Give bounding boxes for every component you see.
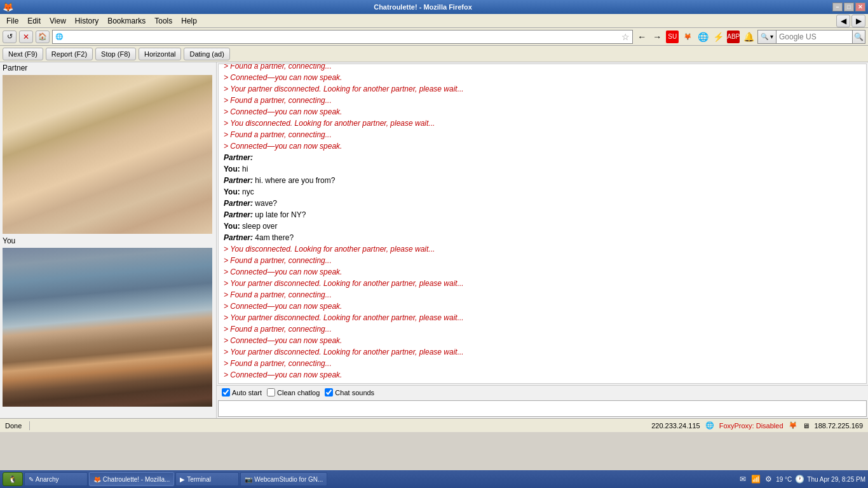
adblock-icon[interactable]: ABP xyxy=(727,30,740,43)
reload-button[interactable]: ↺ xyxy=(3,30,17,43)
status-text: Done xyxy=(5,422,22,430)
bell-icon[interactable]: 🔔 xyxy=(742,30,755,43)
main-content: Partner You > Connected—you can now spea… xyxy=(0,62,868,418)
horizontal-button[interactable]: Horizontal xyxy=(139,48,182,60)
next-button[interactable]: Next (F9) xyxy=(3,48,43,60)
nav-forward-button[interactable]: ▶ xyxy=(851,15,865,27)
ip-address: 220.233.24.115 xyxy=(651,422,700,430)
you-video-placeholder xyxy=(3,248,212,407)
auto-start-label: Auto start xyxy=(232,389,262,396)
back-icon[interactable]: ← xyxy=(635,30,648,43)
minimize-button[interactable]: − xyxy=(832,3,843,11)
flash-icon[interactable]: ⚡ xyxy=(712,30,724,43)
taskbar-anarchy[interactable]: ✎ Anarchy xyxy=(24,472,88,486)
start-icon: 🐧 xyxy=(8,475,17,484)
partner-label: Partner xyxy=(0,62,216,74)
you-label: You xyxy=(0,235,216,247)
searchbar: 🔍 ▾ 🔍 xyxy=(757,30,865,44)
close-button[interactable]: ✕ xyxy=(855,3,865,11)
dating-button[interactable]: Dating (ad) xyxy=(184,48,229,60)
stop-button[interactable]: ✕ xyxy=(19,30,33,43)
window-title: Chatroulette! - Mozilla Firefox xyxy=(13,3,832,11)
partner-video-placeholder xyxy=(3,75,212,234)
start-button[interactable]: 🐧 xyxy=(3,472,23,486)
statusbar: Done 220.233.24.115 🌐 FoxyProxy: Disable… xyxy=(0,418,868,432)
datetime: Thu Apr 29, 8:25 PM xyxy=(807,476,865,483)
foxmarks-icon[interactable]: 🦊 xyxy=(681,30,694,43)
stumbleupon-icon[interactable]: SU xyxy=(666,30,679,43)
chat-sounds-option[interactable]: Chat sounds xyxy=(325,388,374,396)
menubar: File Edit View History Bookmarks Tools H… xyxy=(0,14,868,28)
globe-icon[interactable]: 🌐 xyxy=(696,30,709,43)
navbar: ↺ ✕ 🏠 🌐 http://chatroulette.com/ ☆ ← → S… xyxy=(0,28,868,46)
email-icon[interactable]: ✉ xyxy=(738,474,748,484)
maximize-button[interactable]: □ xyxy=(844,3,854,11)
window-controls: − □ ✕ xyxy=(832,3,865,11)
firefox-taskbar-icon: 🦊 xyxy=(93,476,101,483)
foxyproxy-icon: 🦊 xyxy=(789,421,797,430)
menu-history[interactable]: History xyxy=(71,15,102,27)
temperature: 19 °C xyxy=(776,476,792,483)
url-input[interactable]: http://chatroulette.com/ xyxy=(65,32,621,41)
auto-start-option[interactable]: Auto start xyxy=(222,388,262,396)
clean-chatlog-label: Clean chatlog xyxy=(277,389,320,396)
bookmark-star-icon[interactable]: ☆ xyxy=(621,32,630,42)
chat-log[interactable]: > Connected—you can now speak.> Thank yo… xyxy=(218,64,867,384)
chat-sounds-checkbox[interactable] xyxy=(325,388,333,396)
menu-bookmarks[interactable]: Bookmarks xyxy=(104,15,149,27)
network-icon: 🌐 xyxy=(705,421,714,430)
stop-chat-button[interactable]: Stop (F8) xyxy=(95,48,136,60)
search-go-button[interactable]: 🔍 xyxy=(853,30,865,44)
taskbar: 🐧 ✎ Anarchy 🦊 Chatroulette! - Mozilla...… xyxy=(0,470,868,488)
search-input[interactable] xyxy=(776,30,853,44)
network-sys-icon[interactable]: 📶 xyxy=(750,474,761,484)
foxyproxy-status: FoxyProxy: Disabled xyxy=(719,422,783,430)
clean-chatlog-option[interactable]: Clean chatlog xyxy=(267,388,320,396)
video-section: Partner You xyxy=(0,62,216,418)
menu-tools[interactable]: Tools xyxy=(151,15,176,27)
anarchy-icon: ✎ xyxy=(29,476,34,483)
partner-video xyxy=(3,75,212,234)
menu-help[interactable]: Help xyxy=(177,15,201,27)
home-button[interactable]: 🏠 xyxy=(36,30,50,43)
titlebar: 🦊 Chatroulette! - Mozilla Firefox − □ ✕ xyxy=(0,0,868,14)
forward-icon[interactable]: → xyxy=(651,30,663,43)
clean-chatlog-checkbox[interactable] xyxy=(267,388,275,396)
nav-back-button[interactable]: ◀ xyxy=(836,15,850,27)
chat-input[interactable] xyxy=(218,400,867,417)
monitor-icon: 🖥 xyxy=(803,422,810,430)
clock-icon: 🕐 xyxy=(794,474,804,484)
search-engine-button[interactable]: 🔍 ▾ xyxy=(757,30,776,44)
report-button[interactable]: Report (F2) xyxy=(46,48,93,60)
taskbar-webcam[interactable]: 📷 WebcamStudio for GN... xyxy=(240,472,327,486)
auto-start-checkbox[interactable] xyxy=(222,388,230,396)
terminal-icon: ▶ xyxy=(180,476,185,483)
firefox-logo: 🦊 xyxy=(3,2,13,12)
chat-sounds-label: Chat sounds xyxy=(335,389,374,396)
status-separator xyxy=(29,421,30,430)
menu-edit[interactable]: Edit xyxy=(24,15,44,27)
taskbar-right: ✉ 📶 ⚙ 19 °C 🕐 Thu Apr 29, 8:25 PM xyxy=(738,474,865,484)
taskbar-terminal[interactable]: ▶ Terminal xyxy=(175,472,239,486)
menu-file[interactable]: File xyxy=(3,15,22,27)
bluetooth-icon[interactable]: ⚙ xyxy=(763,474,773,484)
chat-section: > Connected—you can now speak.> Thank yo… xyxy=(216,62,868,418)
webcam-icon: 📷 xyxy=(245,476,252,483)
you-video xyxy=(3,248,212,407)
menu-view[interactable]: View xyxy=(46,15,70,27)
ip2-address: 188.72.225.169 xyxy=(815,422,863,430)
bookmarks-toolbar: Next (F9) Report (F2) Stop (F8) Horizont… xyxy=(0,46,868,62)
url-icon: 🌐 xyxy=(55,33,63,40)
options-bar: Auto start Clean chatlog Chat sounds xyxy=(217,385,868,399)
taskbar-firefox[interactable]: 🦊 Chatroulette! - Mozilla... xyxy=(89,472,174,486)
status-right: 220.233.24.115 🌐 FoxyProxy: Disabled 🦊 🖥… xyxy=(651,421,863,430)
url-bar[interactable]: 🌐 http://chatroulette.com/ ☆ xyxy=(52,30,633,44)
